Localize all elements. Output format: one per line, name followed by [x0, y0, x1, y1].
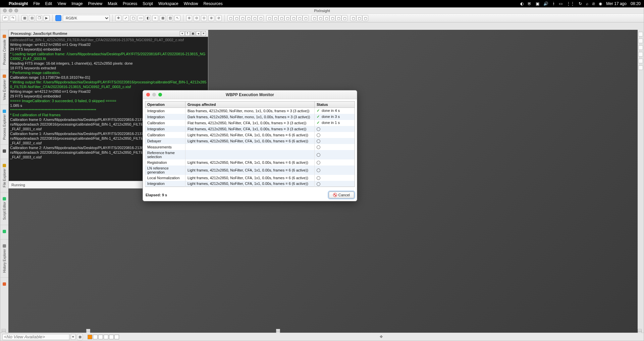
close-icon[interactable]	[3, 9, 7, 12]
tool-button[interactable]: ▢	[290, 15, 297, 21]
color-swatch[interactable]	[114, 335, 119, 339]
clock-time[interactable]: 08:20	[631, 1, 641, 6]
zoom-1-icon[interactable]: ⊘	[216, 15, 222, 21]
zoom-out-icon[interactable]: ⊖	[194, 15, 200, 21]
tool-button[interactable]: ▢	[239, 15, 246, 21]
menu-preview[interactable]: Preview	[88, 1, 103, 6]
redo-icon[interactable]: ↷	[10, 15, 16, 21]
volume-icon[interactable]: 🔊	[543, 1, 548, 6]
tool-button[interactable]: ▢	[317, 15, 323, 21]
table-row[interactable]: CalibrationFlat frames, 4212x2850, NoFil…	[145, 120, 355, 126]
gutter-btn[interactable]	[638, 59, 643, 63]
table-row[interactable]: IntegrationLight frames, 4212x2850, NoFi…	[145, 181, 355, 187]
tool-button[interactable]: ▢	[311, 15, 317, 21]
table-row[interactable]: LN reference generationLight frames, 421…	[145, 165, 355, 175]
console-close-icon[interactable]: ✕	[201, 31, 206, 36]
col-operation[interactable]: Operation	[145, 101, 185, 108]
console-title-bar[interactable]: Processing: JavaScript Runtime ▾ ⇡ ▣ ◂ ✕	[9, 30, 208, 37]
tool-button[interactable]: ▢	[246, 15, 252, 21]
tool-button[interactable]: ▢	[272, 15, 278, 21]
tool-button[interactable]: ▢	[356, 15, 362, 21]
tool-button[interactable]: ▢	[227, 15, 233, 21]
crop-icon[interactable]: ▢	[130, 15, 136, 21]
tool-button[interactable]: ▢	[329, 15, 335, 21]
tool-button[interactable]: ▢	[297, 15, 303, 21]
tool-button[interactable]: ▢	[233, 15, 239, 21]
side-tab-history-explorer[interactable]: History Explorer	[0, 239, 8, 277]
grid-icon[interactable]: ▦	[77, 334, 83, 340]
table-row[interactable]: Reference frame selection	[145, 150, 355, 159]
battery-icon[interactable]: ▭	[559, 1, 562, 6]
fit-icon[interactable]: ⤢	[123, 15, 129, 21]
table-row[interactable]: DebayerLight frames, 4212x2850, NoFilter…	[145, 138, 355, 144]
shield-icon[interactable]: ⛨	[528, 1, 532, 6]
console-up-icon[interactable]: ⇡	[185, 31, 190, 36]
tool-button[interactable]: ▢	[278, 15, 284, 21]
menu-workspace[interactable]: Workspace	[158, 1, 178, 6]
side-tab-blank[interactable]	[0, 277, 8, 292]
target-icon[interactable]: ⌖	[152, 15, 158, 21]
menu-edit[interactable]: Edit	[45, 1, 52, 6]
tool-button[interactable]: ▢	[350, 15, 356, 21]
cancel-button[interactable]: Cancel	[329, 192, 354, 198]
pointer-icon[interactable]: ↖	[174, 15, 180, 21]
sync-icon[interactable]: ↻	[579, 1, 582, 6]
side-tab-file-explorer[interactable]: File Explorer	[0, 159, 8, 192]
menu-view[interactable]: View	[57, 1, 66, 6]
side-tab-view-explorer[interactable]: View Explorer	[0, 70, 8, 105]
side-tab-blank[interactable]	[0, 144, 8, 159]
side-tab-blank[interactable]	[0, 225, 8, 239]
menu-window[interactable]: Window	[184, 1, 198, 6]
status-icon[interactable]: ◐	[520, 1, 524, 6]
rect2-icon[interactable]: ◧	[145, 15, 151, 21]
color-swatch[interactable]	[88, 335, 92, 339]
clock-date[interactable]: Mer 17 ago	[606, 1, 627, 6]
dialog-title-bar[interactable]: WBPP Execution Monitor	[143, 90, 357, 99]
zoom-reset-icon[interactable]: ⊗	[208, 15, 214, 21]
view-selector[interactable]	[2, 334, 69, 340]
color-swatch[interactable]	[104, 335, 108, 339]
table-row[interactable]: Local NormalizationLight frames, 4212x28…	[145, 175, 355, 181]
channel-mode-select[interactable]: RGB/K	[63, 15, 110, 21]
badge-icon[interactable]	[55, 15, 61, 21]
table-row[interactable]: Measurements	[145, 144, 355, 150]
tool-button[interactable]: ▢	[252, 15, 258, 21]
table-row[interactable]: CalibrationLight frames, 4212x2850, NoFi…	[145, 132, 355, 138]
minimize-icon[interactable]	[9, 9, 12, 12]
gutter-btn[interactable]	[638, 32, 643, 37]
console-prev-icon[interactable]: ◂	[196, 31, 201, 36]
zoom-in-icon[interactable]: ⊕	[186, 15, 192, 21]
console-pin-icon[interactable]: ▣	[191, 31, 195, 36]
menu-process[interactable]: Process	[123, 1, 137, 6]
resize-handle-icon[interactable]: ✥	[380, 335, 383, 339]
control-center-icon[interactable]: ⎚	[592, 1, 595, 6]
side-tab-process-console[interactable]: Process Console	[0, 30, 8, 70]
col-status[interactable]: Status	[315, 101, 355, 108]
save-icon[interactable]: ▦	[21, 15, 28, 21]
zoom-fit-icon[interactable]: ⊙	[201, 15, 207, 21]
dialog-zoom-icon[interactable]	[158, 93, 162, 96]
copy-icon[interactable]: ❐	[36, 15, 42, 21]
app-tray-icon[interactable]: ▣	[536, 1, 539, 6]
rect-icon[interactable]: ▭	[138, 15, 144, 21]
grip-handle[interactable]	[86, 329, 90, 333]
undo-icon[interactable]: ↶	[2, 15, 8, 21]
search-icon[interactable]: ⌕	[586, 1, 588, 6]
siri-icon[interactable]: ◉	[599, 1, 602, 6]
dialog-close-icon[interactable]	[146, 93, 150, 96]
menu-script[interactable]: Script	[143, 1, 153, 6]
gutter-btn[interactable]	[638, 52, 643, 57]
color-swatch[interactable]	[109, 335, 114, 339]
menu-file[interactable]: File	[33, 1, 40, 6]
tool-button[interactable]: ▢	[258, 15, 264, 21]
menu-image[interactable]: Image	[71, 1, 83, 6]
tool-button[interactable]: ▢	[341, 15, 347, 21]
tool-button[interactable]: ▢	[323, 15, 329, 21]
gutter-btn[interactable]	[638, 39, 643, 43]
tool-button[interactable]: ▢	[362, 15, 368, 21]
tool-button[interactable]: ▢	[284, 15, 290, 21]
color-swatch[interactable]	[98, 335, 103, 339]
wifi-icon[interactable]: ⋮⋮	[567, 1, 575, 6]
col-groups[interactable]: Groups affected	[185, 101, 315, 108]
grip-handle[interactable]	[638, 329, 642, 333]
